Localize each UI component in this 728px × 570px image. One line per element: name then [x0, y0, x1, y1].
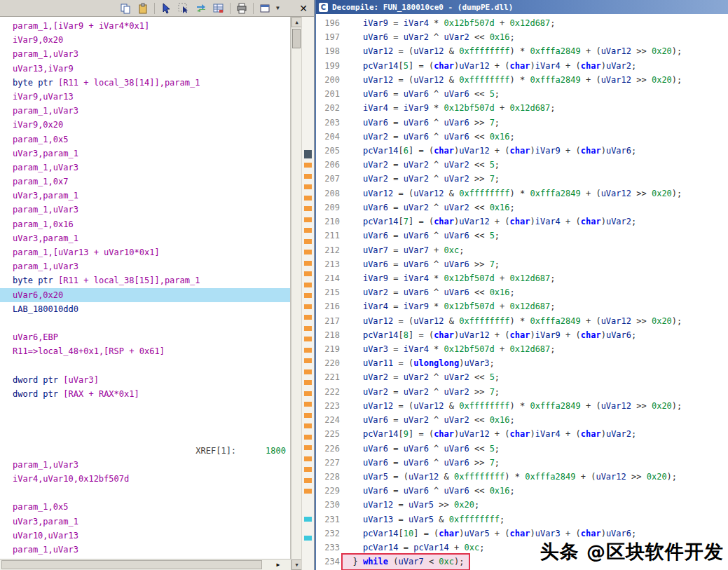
- listing-line[interactable]: iVar4,uVar10,0x12bf507d: [0, 472, 290, 486]
- decompile-line[interactable]: 225 pcVar14[9] = (char)uVar12 + (char)iV…: [316, 427, 728, 441]
- marker-tick[interactable]: [304, 358, 312, 363]
- listing-line[interactable]: uVar6,EBP: [0, 330, 290, 344]
- decompile-line[interactable]: 223 uVar12 = (uVar12 & 0xffffffff) * 0xf…: [316, 399, 728, 413]
- marker-tick[interactable]: [304, 435, 312, 440]
- listing-line[interactable]: param_1,uVar3: [0, 104, 290, 118]
- listing-line[interactable]: [0, 316, 290, 330]
- marker-tick[interactable]: [304, 174, 312, 179]
- vertical-scrollbar[interactable]: ▲ ▼: [291, 17, 301, 570]
- listing-line[interactable]: uVar13,iVar9: [0, 62, 290, 76]
- marker-tick[interactable]: [304, 184, 312, 189]
- marker-tick[interactable]: [304, 250, 312, 255]
- horizontal-scrollbar[interactable]: ▶: [0, 559, 291, 570]
- decompile-line[interactable]: 205 pcVar14[6] = (char)uVar12 + (char)iV…: [316, 144, 728, 158]
- listing-line[interactable]: uVar3,param_1: [0, 231, 290, 245]
- listing-line[interactable]: uVar3,param_1: [0, 147, 290, 161]
- decompile-line[interactable]: 203 uVar6 = uVar6 ^ uVar6 >> 7;: [316, 116, 728, 130]
- marker-tick[interactable]: [304, 413, 312, 418]
- marker-tick[interactable]: [304, 239, 312, 244]
- marker-tick[interactable]: [304, 304, 312, 309]
- listing-line[interactable]: param_1,uVar3: [0, 259, 290, 273]
- listing-line[interactable]: iVar9,0x20: [0, 118, 290, 132]
- decompile-line[interactable]: 212 uVar7 = uVar7 + 0xc;: [316, 243, 728, 257]
- listing-line[interactable]: param_1,uVar3: [0, 458, 290, 472]
- listing-line[interactable]: byte ptr [R11 + local_38[15]],param_1: [0, 273, 290, 287]
- listing-line[interactable]: iVar9,uVar13: [0, 90, 290, 104]
- listing-line[interactable]: byte ptr [R11 + local_38[14]],param_1: [0, 76, 290, 90]
- selection-tool-icon[interactable]: [177, 2, 190, 15]
- decompile-title-bar[interactable]: C Decompile: FUN_180010ce0 - (dumpPE.dll…: [316, 0, 728, 14]
- marker-tick[interactable]: [304, 517, 312, 522]
- marker-tick[interactable]: [304, 536, 312, 541]
- listing-line[interactable]: param_1,[uVar13 + uVar10*0x1]: [0, 245, 290, 259]
- decompile-line[interactable]: 207 uVar2 = uVar2 ^ uVar2 >> 7;: [316, 172, 728, 186]
- scroll-up-icon[interactable]: ▲: [291, 17, 302, 27]
- decompile-line[interactable]: 196 iVar9 = iVar4 * 0x12bf507d + 0x12d68…: [316, 16, 728, 30]
- scroll-right-icon[interactable]: ▶: [273, 559, 284, 570]
- listing-line[interactable]: param_1,[iVar9 + iVar4*0x1]: [0, 19, 290, 33]
- marker-tick[interactable]: [304, 391, 312, 396]
- listing-line[interactable]: iVar9,0x20: [0, 33, 290, 47]
- decompile-line[interactable]: 228 uVar5 = (uVar12 & 0xffffffff) * 0xff…: [316, 470, 728, 484]
- marker-tick[interactable]: [304, 315, 312, 320]
- listing-line[interactable]: LAB_180010dd0: [0, 302, 290, 316]
- listing-line[interactable]: uVar6,0x20: [0, 288, 290, 302]
- decompile-line[interactable]: 210 pcVar14[7] = (char)uVar12 + (char)iV…: [316, 215, 728, 229]
- marker-tick[interactable]: [304, 196, 312, 201]
- marker-tick[interactable]: [304, 445, 312, 450]
- window-icon[interactable]: [259, 2, 271, 15]
- decompile-line[interactable]: 217 uVar12 = (uVar12 & 0xffffffff) * 0xf…: [316, 314, 728, 328]
- listing-line[interactable]: param_1,0x5: [0, 133, 290, 147]
- decompile-line[interactable]: 198 uVar12 = (uVar12 & 0xffffffff) * 0xf…: [316, 44, 728, 58]
- decompile-line[interactable]: 230 uVar12 = uVar5 >> 0x20;: [316, 498, 728, 512]
- marker-tick[interactable]: [304, 337, 312, 341]
- listing-line[interactable]: dword ptr [uVar3]: [0, 373, 290, 387]
- decompile-line[interactable]: 201 uVar6 = uVar6 ^ uVar6 << 5;: [316, 87, 728, 101]
- listing-line[interactable]: R11=>local_48+0x1,[RSP + 0x61]: [0, 344, 290, 358]
- decompile-line[interactable]: 231 uVar13 = uVar5 & 0xffffffff;: [316, 513, 728, 527]
- hscroll-thumb[interactable]: [1, 560, 262, 569]
- marker-tick[interactable]: [304, 489, 312, 494]
- decompile-line[interactable]: 221 uVar2 = uVar2 ^ uVar2 << 5;: [316, 370, 728, 384]
- listing-line[interactable]: param_1,0x16: [0, 217, 290, 231]
- marker-tick[interactable]: [304, 348, 312, 353]
- listing-line[interactable]: [0, 401, 290, 415]
- marker-tick[interactable]: [304, 163, 312, 168]
- marker-tick[interactable]: [304, 402, 312, 407]
- chevron-down-icon[interactable]: ▼: [276, 5, 280, 11]
- decompile-line[interactable]: 206 uVar2 = uVar2 ^ uVar2 << 5;: [316, 158, 728, 172]
- listing-line[interactable]: param_1,0x7: [0, 175, 290, 189]
- decompile-line[interactable]: 211 uVar6 = uVar6 ^ uVar6 << 5;: [316, 229, 728, 243]
- decompile-line[interactable]: 202 iVar4 = iVar9 * 0x12bf507d + 0x12d68…: [316, 101, 728, 115]
- marker-tick[interactable]: [304, 478, 312, 483]
- table-icon[interactable]: [212, 2, 225, 15]
- decompile-line[interactable]: 219 uVar3 = iVar4 * 0x12bf507d + 0x12d68…: [316, 342, 728, 356]
- listing-line[interactable]: param_1,uVar3: [0, 161, 290, 175]
- swap-arrows-icon[interactable]: [195, 2, 207, 15]
- decompile-line[interactable]: 226 uVar6 = uVar6 ^ uVar6 << 5;: [316, 442, 728, 456]
- marker-tick[interactable]: [304, 326, 312, 331]
- decompile-line[interactable]: 216 iVar4 = iVar9 * 0x12bf507d + 0x12d68…: [316, 299, 728, 313]
- marker-tick[interactable]: [304, 467, 312, 472]
- listing-line[interactable]: param_1,uVar3: [0, 203, 290, 217]
- decompile-line[interactable]: 227 uVar6 = uVar6 ^ uVar6 >> 7;: [316, 456, 728, 470]
- listing-line[interactable]: [0, 415, 290, 429]
- xref-line[interactable]: XREF[1]:1800: [0, 444, 290, 458]
- listing-line[interactable]: param_1,uVar3: [0, 47, 290, 61]
- decompile-line[interactable]: 218 pcVar14[8] = (char)uVar12 + (char)iV…: [316, 328, 728, 342]
- marker-tick[interactable]: [304, 293, 312, 298]
- paste-icon[interactable]: [137, 2, 149, 15]
- marker-tick[interactable]: [304, 271, 312, 276]
- copy-icon[interactable]: [119, 2, 132, 15]
- decompile-line[interactable]: 213 uVar6 = uVar6 ^ uVar6 >> 7;: [316, 257, 728, 271]
- listing-line[interactable]: [0, 359, 290, 373]
- marker-tick[interactable]: [304, 423, 312, 428]
- xref-address[interactable]: 1800: [266, 444, 286, 458]
- listing-line[interactable]: param_1,uVar3: [0, 543, 290, 557]
- marker-tick[interactable]: [304, 228, 312, 233]
- close-button[interactable]: ✕: [296, 3, 310, 14]
- decompile-line[interactable]: 200 uVar12 = (uVar12 & 0xffffffff) * 0xf…: [316, 73, 728, 87]
- decompile-line[interactable]: 199 pcVar14[5] = (char)uVar12 + (char)iV…: [316, 59, 728, 73]
- marker-tick[interactable]: [304, 206, 312, 211]
- marker-tick[interactable]: [304, 380, 312, 385]
